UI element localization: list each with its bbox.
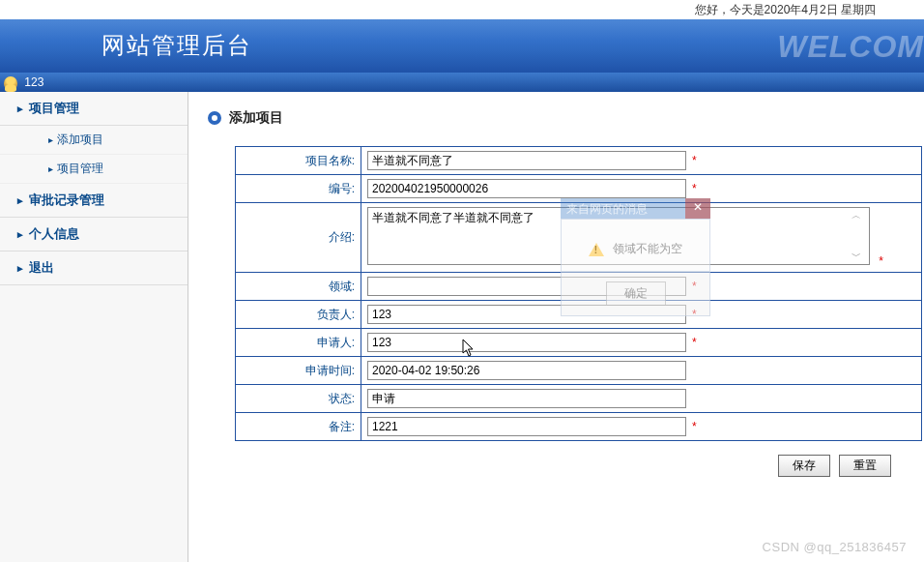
label-domain: 领域: <box>236 273 361 301</box>
greeting-text: 您好，今天是2020年4月2日 星期四 <box>695 3 876 16</box>
dialog-message: 领域不能为空 <box>613 242 682 255</box>
label-owner: 负责人: <box>236 301 361 329</box>
sidebar-item-profile[interactable]: 个人信息 <box>0 218 188 251</box>
label-project-name: 项目名称: <box>236 147 361 175</box>
warning-icon <box>589 243 604 256</box>
dialog-title: 来自网页的消息 <box>566 202 648 216</box>
label-applicant: 申请人: <box>236 329 361 357</box>
page-title: 添加项目 <box>229 109 283 127</box>
label-remark: 备注: <box>236 413 361 441</box>
dialog-ok-button[interactable]: 确定 <box>606 281 666 306</box>
user-bar: 123 <box>0 73 924 92</box>
sidebar: 项目管理 添加项目 项目管理 审批记录管理 个人信息 退出 <box>0 92 188 562</box>
top-greeting-bar: 您好，今天是2020年4月2日 星期四 <box>0 0 924 19</box>
dialog-footer: 确定 <box>561 272 710 316</box>
dialog-title-bar: 来自网页的消息 ✕ <box>561 198 710 219</box>
input-remark[interactable] <box>367 417 686 436</box>
label-apply-time: 申请时间: <box>236 357 361 385</box>
user-icon <box>4 76 17 90</box>
sidebar-item-approval[interactable]: 审批记录管理 <box>0 184 188 218</box>
input-applicant[interactable] <box>367 333 686 352</box>
required-mark: * <box>692 420 697 433</box>
sidebar-item-project[interactable]: 项目管理 <box>0 92 188 126</box>
label-intro: 介绍: <box>236 203 361 273</box>
sidebar-sub-add-project[interactable]: 添加项目 <box>0 126 188 155</box>
page-header: 添加项目 <box>208 109 895 127</box>
required-mark: * <box>879 254 883 268</box>
scroll-down-icon[interactable]: ﹀ <box>851 251 862 261</box>
required-mark: * <box>692 336 697 349</box>
input-status[interactable] <box>367 389 686 408</box>
input-apply-time[interactable] <box>367 361 686 380</box>
username: 123 <box>24 75 43 89</box>
save-button[interactable]: 保存 <box>778 455 830 477</box>
label-code: 编号: <box>236 175 361 203</box>
header: 网站管理后台 WELCOM <box>0 19 924 73</box>
input-project-name[interactable] <box>367 151 686 170</box>
required-mark: * <box>692 182 697 195</box>
input-code[interactable] <box>367 179 686 198</box>
page-bullet-icon <box>208 111 221 125</box>
dialog-body: 领域不能为空 <box>561 219 710 272</box>
button-row: 保存 重置 <box>235 455 895 477</box>
watermark: CSDN @qq_251836457 <box>763 540 907 554</box>
header-bg-text: WELCOM <box>777 29 924 65</box>
required-mark: * <box>692 154 697 167</box>
main-content: 添加项目 项目名称: * 编号: * 介绍: ︿ ﹀ <box>188 92 924 562</box>
dialog-close-button[interactable]: ✕ <box>685 198 710 219</box>
sidebar-sub-project-manage[interactable]: 项目管理 <box>0 155 188 184</box>
reset-button[interactable]: 重置 <box>839 455 891 477</box>
alert-dialog: 来自网页的消息 ✕ 领域不能为空 确定 <box>561 198 710 316</box>
scroll-up-icon[interactable]: ︿ <box>851 211 862 221</box>
label-status: 状态: <box>236 385 361 413</box>
sidebar-item-logout[interactable]: 退出 <box>0 251 188 285</box>
